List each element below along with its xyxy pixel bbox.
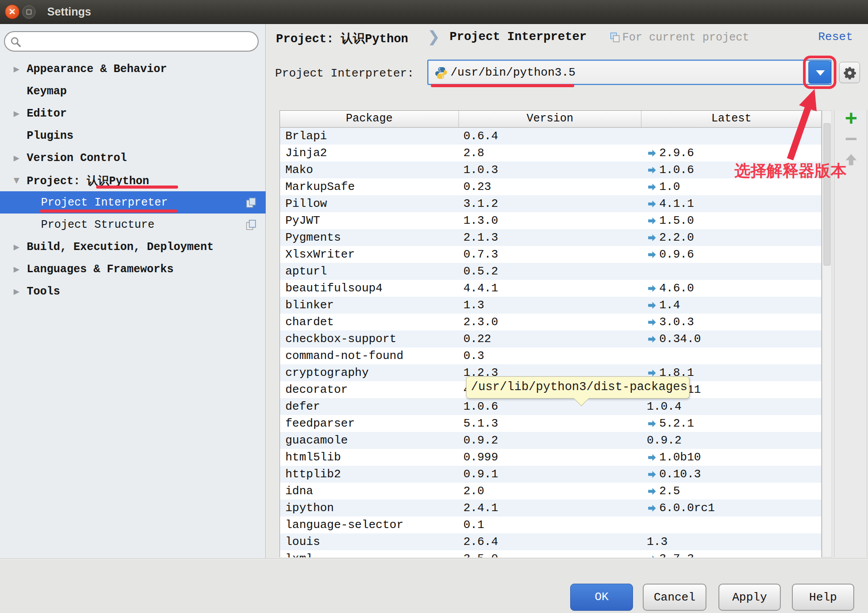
table-row[interactable]: Brlapi0.6.4: [280, 128, 821, 145]
table-row[interactable]: lxml3.5.03.7.3: [280, 550, 821, 557]
cell-latest[interactable]: 0.9.6: [641, 248, 819, 261]
cell-version[interactable]: 0.1: [459, 518, 641, 532]
table-row[interactable]: defer1.0.61.0.4: [280, 398, 821, 415]
cell-version[interactable]: 3.1.2: [459, 197, 641, 210]
sidebar-item-project-structure[interactable]: Project Structure: [0, 214, 266, 236]
cell-latest[interactable]: 1.3: [641, 535, 819, 548]
cell-latest[interactable]: 3.0.3: [641, 315, 819, 329]
cell-version[interactable]: 0.9.1: [459, 468, 641, 481]
table-row[interactable]: ipython2.4.16.0.0rc1: [280, 500, 821, 516]
cell-version[interactable]: 2.8: [459, 146, 641, 160]
sidebar-item-appearance[interactable]: ▶ Appearance & Behavior: [0, 58, 266, 80]
interpreter-settings-button[interactable]: [839, 62, 860, 83]
cell-latest[interactable]: 4.1.1: [641, 197, 819, 210]
column-header-package[interactable]: Package: [280, 111, 459, 127]
uninstall-package-button[interactable]: −: [835, 129, 868, 149]
cell-package[interactable]: idna: [280, 484, 459, 498]
cell-version[interactable]: 2.3.0: [459, 315, 641, 329]
cell-package[interactable]: chardet: [280, 315, 459, 329]
cell-latest[interactable]: 0.34.0: [641, 332, 819, 346]
close-button[interactable]: ✕: [5, 4, 20, 19]
table-row[interactable]: beautifulsoup44.4.14.6.0: [280, 280, 821, 297]
interpreter-combobox[interactable]: /usr/bin/python3.5: [427, 60, 831, 85]
table-row[interactable]: idna2.02.5: [280, 483, 821, 500]
cell-latest[interactable]: 3.7.3: [641, 552, 819, 557]
cell-package[interactable]: Jinja2: [280, 146, 459, 160]
chevron-right-icon[interactable]: ▶: [12, 109, 21, 118]
cell-version[interactable]: 0.7.3: [459, 248, 641, 261]
cell-latest[interactable]: 2.2.0: [641, 231, 819, 244]
cell-package[interactable]: beautifulsoup4: [280, 282, 459, 295]
cell-version[interactable]: 0.999: [459, 451, 641, 464]
table-row[interactable]: XlsxWriter0.7.30.9.6: [280, 246, 821, 263]
sidebar-item-plugins[interactable]: Plugins: [0, 125, 266, 147]
cell-version[interactable]: 1.3: [459, 298, 641, 312]
cell-version[interactable]: 0.23: [459, 180, 641, 194]
cell-version[interactable]: 2.0: [459, 484, 641, 498]
cell-package[interactable]: Brlapi: [280, 129, 459, 143]
cell-version[interactable]: 0.9.2: [459, 434, 641, 447]
table-row[interactable]: louis2.6.41.3: [280, 533, 821, 550]
sidebar-item-tools[interactable]: ▶ Tools: [0, 280, 266, 302]
cell-latest[interactable]: 5.2.1: [641, 417, 819, 430]
cell-package[interactable]: Pillow: [280, 197, 459, 210]
table-row[interactable]: apturl0.5.2: [280, 263, 821, 280]
cell-version[interactable]: 2.6.4: [459, 535, 641, 548]
cell-package[interactable]: XlsxWriter: [280, 248, 459, 261]
table-row[interactable]: Jinja22.82.9.6: [280, 145, 821, 161]
cell-latest[interactable]: 4.6.0: [641, 282, 819, 295]
table-row[interactable]: blinker1.31.4: [280, 297, 821, 314]
table-row[interactable]: httplib20.9.10.10.3: [280, 466, 821, 483]
sidebar-item-build-execution[interactable]: ▶ Build, Execution, Deployment: [0, 236, 266, 258]
cell-package[interactable]: feedparser: [280, 417, 459, 430]
cell-package[interactable]: ipython: [280, 501, 459, 515]
cell-latest[interactable]: 1.5.0: [641, 214, 819, 227]
cell-package[interactable]: Pygments: [280, 231, 459, 244]
ok-button[interactable]: OK: [570, 584, 633, 611]
cell-latest[interactable]: 1.0b10: [641, 451, 819, 464]
cell-package[interactable]: cryptography: [280, 366, 459, 379]
cell-package[interactable]: Mako: [280, 163, 459, 177]
cell-version[interactable]: 0.5.2: [459, 265, 641, 278]
chevron-down-icon[interactable]: ▼: [12, 176, 21, 185]
cell-package[interactable]: decorator: [280, 383, 459, 396]
cell-version[interactable]: 1.0.6: [459, 400, 641, 413]
cell-version[interactable]: 0.3: [459, 349, 641, 363]
cell-version[interactable]: 5.1.3: [459, 417, 641, 430]
cell-latest[interactable]: 6.0.0rc1: [641, 501, 819, 515]
cell-version[interactable]: 1.3.0: [459, 214, 641, 227]
cell-package[interactable]: lxml: [280, 552, 459, 557]
install-package-button[interactable]: +: [835, 109, 868, 128]
table-row[interactable]: checkbox-support0.220.34.0: [280, 331, 821, 347]
cell-version[interactable]: 2.1.3: [459, 231, 641, 244]
cell-package[interactable]: PyJWT: [280, 214, 459, 227]
chevron-right-icon[interactable]: ▶: [12, 287, 21, 296]
cell-package[interactable]: httplib2: [280, 468, 459, 481]
cell-package[interactable]: blinker: [280, 298, 459, 312]
chevron-right-icon[interactable]: ▶: [12, 153, 21, 162]
table-row[interactable]: feedparser5.1.35.2.1: [280, 415, 821, 432]
table-row[interactable]: language-selector0.1: [280, 516, 821, 533]
help-button[interactable]: Help: [792, 584, 854, 611]
cell-version[interactable]: 0.22: [459, 332, 641, 346]
table-row[interactable]: chardet2.3.03.0.3: [280, 314, 821, 331]
table-row[interactable]: command-not-found0.3: [280, 347, 821, 364]
cell-version[interactable]: 3.5.0: [459, 552, 641, 557]
search-box[interactable]: [4, 31, 259, 52]
cell-package[interactable]: louis: [280, 535, 459, 548]
chevron-right-icon[interactable]: ▶: [12, 265, 21, 274]
cell-version[interactable]: 1.0.3: [459, 163, 641, 177]
table-row[interactable]: PyJWT1.3.01.5.0: [280, 212, 821, 229]
column-header-version[interactable]: Version: [459, 111, 641, 127]
cell-package[interactable]: checkbox-support: [280, 332, 459, 346]
cell-version[interactable]: 4.4.1: [459, 282, 641, 295]
apply-button[interactable]: Apply: [718, 584, 781, 611]
cell-package[interactable]: defer: [280, 400, 459, 413]
sidebar-item-version-control[interactable]: ▶ Version Control: [0, 147, 266, 169]
cell-package[interactable]: language-selector: [280, 518, 459, 532]
cancel-button[interactable]: Cancel: [643, 584, 706, 611]
table-row[interactable]: guacamole0.9.20.9.2: [280, 432, 821, 449]
sidebar-item-keymap[interactable]: Keymap: [0, 80, 266, 102]
table-row[interactable]: Pygments2.1.32.2.0: [280, 229, 821, 246]
table-row[interactable]: html5lib0.9991.0b10: [280, 449, 821, 466]
